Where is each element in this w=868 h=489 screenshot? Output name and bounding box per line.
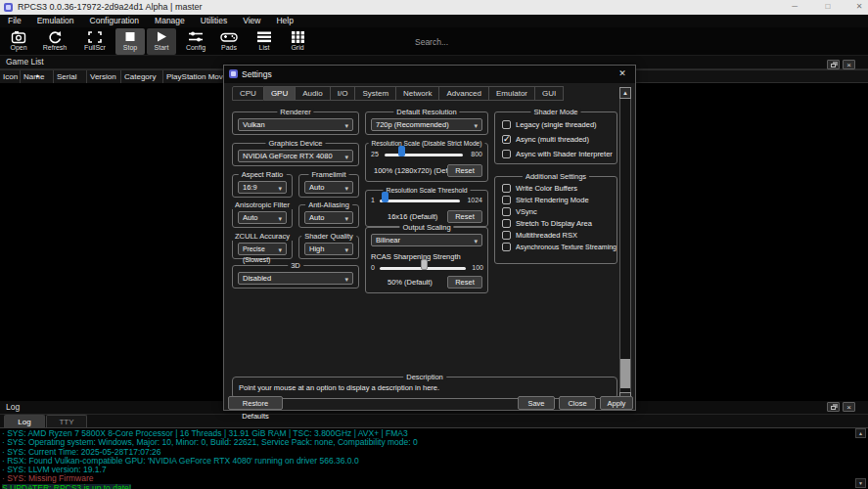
menu-configuration[interactable]: Configuration	[82, 15, 148, 27]
stereo-3d-group: 3D Disabled	[232, 265, 359, 289]
pads-icon	[220, 30, 238, 44]
tab-system[interactable]: System	[355, 86, 396, 101]
rcas-slider-handle[interactable]	[421, 259, 428, 270]
search-input[interactable]: Search...	[415, 37, 448, 47]
pads-button[interactable]: Pads	[215, 28, 243, 55]
rcas-reset-button[interactable]: Reset	[447, 276, 482, 289]
tab-tty[interactable]: TTY	[46, 415, 87, 427]
resolution-scale-reset-button[interactable]: Reset	[447, 164, 482, 177]
window-titlebar: RPCS3 0.0.36-17972-2d9a24d1 Alpha | mast…	[0, 0, 868, 15]
float-icon	[831, 406, 836, 410]
checkbox-icon[interactable]	[502, 150, 511, 158]
menu-utilities[interactable]: Utilities	[193, 15, 235, 27]
settings-titlebar[interactable]: Settings ✕	[224, 66, 635, 83]
tab-network[interactable]: Network	[396, 86, 439, 101]
log-close-button[interactable]: ×	[843, 402, 855, 412]
save-button[interactable]: Save	[518, 396, 555, 410]
checkbox-icon[interactable]	[502, 184, 511, 193]
close-button[interactable]: ✕	[849, 0, 868, 15]
graphics-device-select[interactable]: NVIDIA GeForce RTX 4080	[238, 150, 353, 162]
shader-quality-select[interactable]: High	[304, 243, 353, 255]
menu-emulation[interactable]: Emulation	[29, 15, 82, 27]
tab-advanced[interactable]: Advanced	[439, 86, 489, 101]
config-button[interactable]: Config	[180, 28, 211, 55]
menu-manage[interactable]: Manage	[147, 15, 193, 27]
checkbox-icon[interactable]	[502, 231, 511, 240]
tab-emulator[interactable]: Emulator	[489, 86, 535, 101]
tab-log[interactable]: Log	[4, 415, 45, 427]
checkbox-vsync[interactable]: VSync	[502, 206, 537, 217]
log-scroll-up-button[interactable]: ▲	[855, 428, 866, 438]
menu-help[interactable]: Help	[268, 15, 300, 27]
threshold-slider[interactable]	[380, 196, 460, 206]
tab-gui[interactable]: GUI	[535, 86, 564, 101]
rcas-slider[interactable]	[380, 263, 466, 274]
restore-defaults-button[interactable]: Restore Defaults	[228, 396, 283, 410]
checkbox-write-color-buffers[interactable]: Write Color Buffers	[502, 183, 577, 194]
checkbox-stretch-to-display-area[interactable]: Stretch To Display Area	[502, 218, 592, 229]
checkbox-icon[interactable]	[502, 207, 511, 216]
stereo-3d-select[interactable]: Disabled	[238, 272, 353, 285]
settings-dialog-icon	[229, 69, 238, 78]
settings-scrollbar-track[interactable]	[619, 87, 631, 404]
rcas-min: 0	[371, 262, 375, 273]
column-header-category[interactable]: Category	[121, 70, 163, 84]
resolution-scale-max: 800	[471, 149, 482, 159]
resolution-scale-slider-handle[interactable]	[398, 146, 405, 156]
framelimit-select[interactable]: Auto	[304, 181, 353, 194]
menu-view[interactable]: View	[235, 15, 268, 27]
refresh-button[interactable]: Refresh	[37, 28, 72, 55]
log-scroll-down-button[interactable]: ▼	[855, 478, 866, 488]
checkbox-strict-rendering-mode[interactable]: Strict Rendering Mode	[502, 195, 589, 205]
checkbox-checked-icon[interactable]	[502, 135, 511, 144]
column-header-serial[interactable]: Serial	[54, 70, 87, 84]
game-list-close-button[interactable]: ×	[843, 60, 855, 69]
column-header-name[interactable]: ▲Name	[21, 70, 54, 84]
renderer-select[interactable]: Vulkan	[238, 118, 353, 131]
checkbox-icon[interactable]	[502, 219, 511, 228]
game-list-float-button[interactable]	[827, 60, 840, 69]
checkbox-legacy-single-threaded[interactable]: Legacy (single threaded)	[502, 119, 597, 130]
resolution-scale-slider[interactable]	[385, 150, 463, 160]
menu-file[interactable]: File	[0, 15, 29, 27]
tab-gpu[interactable]: GPU	[264, 86, 296, 101]
start-button[interactable]: Start	[147, 28, 176, 55]
aspect-ratio-select[interactable]: 16:9	[238, 181, 287, 194]
checkbox-icon[interactable]	[502, 243, 511, 251]
output-scaling-select[interactable]: Bilinear	[371, 234, 482, 246]
column-header-version[interactable]: Version	[87, 70, 121, 84]
maximize-button[interactable]: □	[818, 0, 838, 15]
tab-cpu[interactable]: CPU	[232, 86, 264, 101]
threshold-slider-handle[interactable]	[382, 192, 388, 202]
close-button[interactable]: Close	[559, 396, 596, 410]
default-resolution-select[interactable]: 720p (Recommended)	[371, 118, 482, 131]
checkbox-multithreaded-rsx[interactable]: Multithreaded RSX	[502, 230, 577, 241]
zcull-accuracy-select[interactable]: Precise (Slowest)	[238, 243, 287, 255]
anti-aliasing-select[interactable]: Auto	[304, 211, 353, 224]
checkbox-async-multi-threaded[interactable]: Async (multi threaded)	[502, 134, 589, 145]
anisotropic-filter-select[interactable]: Auto	[238, 211, 287, 224]
checkbox-async-texture-streaming[interactable]: Asynchronous Texture Streaming	[502, 242, 617, 252]
rpcs3-main-window: RPCS3 0.0.36-17972-2d9a24d1 Alpha | mast…	[0, 0, 868, 489]
checkbox-icon[interactable]	[502, 196, 511, 204]
minimize-button[interactable]: ─	[785, 0, 804, 15]
fullscreen-button[interactable]: FullScr	[78, 28, 112, 55]
checkbox-async-shader-interpreter[interactable]: Async with Shader Interpreter	[502, 149, 613, 159]
settings-close-icon[interactable]: ✕	[616, 66, 629, 83]
checkbox-icon[interactable]	[502, 120, 511, 129]
column-header-icon[interactable]: Icon	[0, 70, 21, 84]
grid-view-button[interactable]: Grid	[284, 28, 311, 55]
tab-audio[interactable]: Audio	[296, 86, 330, 101]
scroll-up-icon[interactable]: ▲	[619, 87, 631, 99]
threshold-reset-button[interactable]: Reset	[447, 210, 482, 223]
settings-scrollbar-thumb[interactable]	[620, 359, 630, 388]
list-view-button[interactable]: List	[251, 28, 278, 55]
log-output[interactable]: · SYS: AMD Ryzen 7 5800X 8-Core Processo…	[0, 427, 868, 489]
tab-io[interactable]: I/O	[331, 86, 356, 101]
log-float-button[interactable]	[827, 402, 840, 412]
apply-button[interactable]: Apply	[600, 396, 633, 410]
stop-button[interactable]: Stop	[115, 28, 145, 55]
anisotropic-filter-group: Anisotropic Filter Auto	[232, 204, 293, 228]
open-button[interactable]: Open	[4, 28, 33, 55]
threshold-max: 1024	[467, 195, 482, 205]
